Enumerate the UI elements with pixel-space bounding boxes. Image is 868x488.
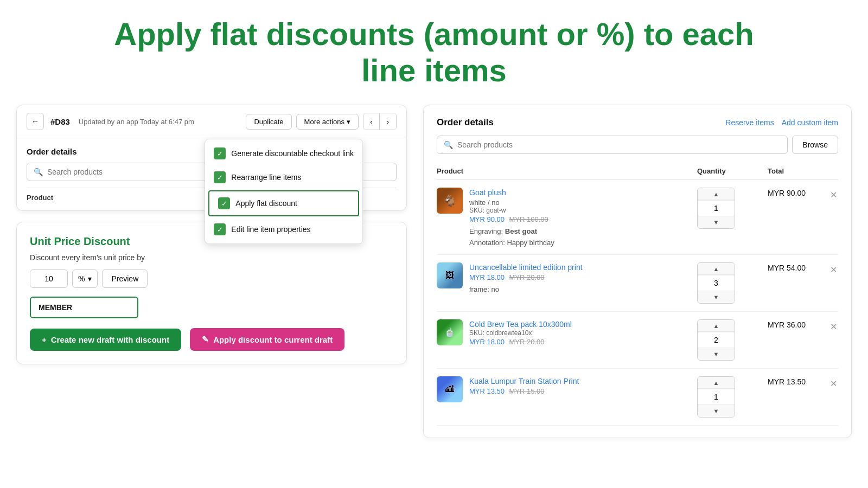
product-variant: white / no (469, 198, 554, 207)
draft-id: #D83 (50, 117, 70, 126)
total-amount: MYR 54.00 (768, 264, 806, 272)
next-button[interactable]: › (380, 113, 396, 130)
qty-down-btn[interactable]: ▼ (698, 405, 735, 417)
prev-button[interactable]: ‹ (363, 113, 380, 130)
right-header: Order details Reserve items Add custom i… (437, 117, 838, 128)
draft-actions: Duplicate More actions ▾ ‹ › (246, 113, 397, 130)
product-thumbnail: 🍵 (437, 319, 463, 345)
quantity-control: ▲ 1 ▼ (697, 376, 768, 418)
product-name-link[interactable]: Goat plush (469, 188, 506, 197)
qty-stepper[interactable]: ▲ 1 ▼ (697, 188, 735, 229)
check-icon: ✓ (214, 147, 226, 159)
total-amount: MYR 13.50 (768, 377, 806, 386)
chevron-down-icon: ▾ (347, 118, 350, 126)
back-button[interactable]: ← (27, 113, 44, 130)
menu-item-label: Generate discountable checkout link (231, 149, 354, 158)
discount-controls: % ▾ Preview (30, 269, 393, 288)
qty-up-btn[interactable]: ▲ (698, 263, 735, 275)
apply-discount-button[interactable]: ✎ Apply discount to current draft (190, 328, 344, 351)
price-original: MYR 20.00 (509, 273, 545, 281)
add-custom-item-button[interactable]: Add custom item (782, 118, 838, 127)
product-info: 🐐 Goat plush white / no SKU: goat-w MYR … (437, 188, 697, 247)
tag-input-wrap (30, 297, 393, 328)
more-actions-button[interactable]: More actions ▾ (296, 114, 359, 130)
search-icon-right: 🔍 (444, 140, 453, 149)
total-amount: MYR 36.00 (768, 320, 806, 329)
qty-stepper[interactable]: ▲ 2 ▼ (697, 319, 735, 361)
product-prices: MYR 90.00 MYR 100.00 (469, 214, 554, 224)
col-quantity: Quantity (697, 167, 768, 175)
product-note-engraving: Engraving: Best goat (469, 227, 554, 235)
product-details: Uncancellable limited edition print MYR … (469, 262, 583, 293)
price-original: MYR 100.00 (509, 215, 548, 223)
reserve-items-button[interactable]: Reserve items (725, 118, 774, 127)
unit-select[interactable]: % ▾ (72, 269, 98, 288)
menu-item-flat-discount[interactable]: ✓ Apply flat discount (208, 190, 359, 216)
create-draft-button[interactable]: + Create new draft with discount (30, 329, 181, 351)
left-panel: ← #D83 Updated by an app Today at 6:47 p… (16, 105, 407, 438)
quantity-control: ▲ 2 ▼ (697, 319, 768, 361)
right-search-wrap: 🔍 Browse (437, 136, 838, 154)
product-prices: MYR 13.50 MYR 15.00 (469, 386, 579, 396)
product-prices: MYR 18.00 MYR 20.00 (469, 272, 583, 282)
product-name-link[interactable]: Kuala Lumpur Train Station Print (469, 377, 579, 386)
duplicate-button[interactable]: Duplicate (246, 114, 291, 130)
price-original: MYR 15.00 (509, 387, 545, 395)
qty-stepper[interactable]: ▲ 1 ▼ (697, 376, 735, 418)
main-layout: ← #D83 Updated by an app Today at 6:47 p… (0, 105, 868, 438)
qty-down-btn[interactable]: ▼ (698, 216, 735, 228)
qty-stepper[interactable]: ▲ 3 ▼ (697, 262, 735, 304)
remove-item-button[interactable]: ✕ (829, 189, 838, 201)
product-name-link[interactable]: Uncancellable limited edition print (469, 263, 583, 272)
discount-tag-input[interactable] (30, 297, 138, 318)
row-total: MYR 54.00 ✕ (768, 262, 838, 276)
menu-item-line-props[interactable]: ✓ Edit line item properties (205, 217, 362, 241)
product-sku: SKU: goat-w (469, 207, 554, 214)
qty-display: 1 (698, 389, 735, 405)
product-info: 🖼 Uncancellable limited edition print MY… (437, 262, 697, 293)
product-info: 🏙 Kuala Lumpur Train Station Print MYR 1… (437, 376, 697, 402)
pencil-icon: ✎ (202, 335, 209, 344)
menu-item-rearrange[interactable]: ✓ Rearrange line items (205, 165, 362, 189)
row-total: MYR 13.50 ✕ (768, 376, 838, 390)
product-info: 🍵 Cold Brew Tea pack 10x300ml SKU: coldb… (437, 319, 697, 346)
col-product: Product (437, 167, 697, 175)
right-search-input[interactable] (457, 140, 781, 149)
right-panel: Order details Reserve items Add custom i… (423, 105, 852, 438)
plus-icon: + (42, 335, 47, 344)
qty-down-btn[interactable]: ▼ (698, 348, 735, 360)
qty-display: 1 (698, 200, 735, 216)
qty-up-btn[interactable]: ▲ (698, 320, 735, 332)
qty-up-btn[interactable]: ▲ (698, 377, 735, 389)
product-details: Goat plush white / no SKU: goat-w MYR 90… (469, 188, 554, 247)
product-note-annotation: Annotation: Happy birthday (469, 239, 554, 247)
qty-up-btn[interactable]: ▲ (698, 188, 735, 200)
table-row: 🖼 Uncancellable limited edition print MY… (437, 255, 838, 312)
menu-item-checkout-link[interactable]: ✓ Generate discountable checkout link (205, 142, 362, 165)
menu-item-label-2: Rearrange line items (231, 173, 301, 182)
product-note: frame: no (469, 285, 583, 293)
remove-item-button[interactable]: ✕ (829, 264, 838, 276)
page-header: Apply flat discounts (amount or %) to ea… (0, 0, 868, 99)
preview-button[interactable]: Preview (102, 269, 148, 288)
discount-amount-input[interactable] (30, 269, 68, 288)
menu-item-label-3: Apply flat discount (235, 199, 297, 208)
price-current: MYR 18.00 (469, 273, 505, 281)
right-actions: Reserve items Add custom item (725, 118, 838, 127)
row-total: MYR 90.00 ✕ (768, 188, 838, 201)
remove-item-button[interactable]: ✕ (829, 377, 838, 390)
table-row: 🐐 Goat plush white / no SKU: goat-w MYR … (437, 180, 838, 255)
price-current: MYR 18.00 (469, 338, 505, 346)
product-name-link[interactable]: Cold Brew Tea pack 10x300ml (469, 320, 572, 329)
col-total: Total (768, 167, 838, 175)
product-details: Cold Brew Tea pack 10x300ml SKU: coldbre… (469, 319, 572, 346)
price-original: MYR 20.00 (509, 338, 545, 346)
qty-display: 2 (698, 332, 735, 348)
browse-button[interactable]: Browse (792, 136, 838, 154)
qty-display: 3 (698, 275, 735, 291)
product-thumbnail: 🖼 (437, 262, 463, 288)
check-icon-3: ✓ (218, 197, 230, 209)
remove-item-button[interactable]: ✕ (829, 320, 838, 333)
draft-card: ← #D83 Updated by an app Today at 6:47 p… (16, 105, 407, 211)
qty-down-btn[interactable]: ▼ (698, 291, 735, 303)
